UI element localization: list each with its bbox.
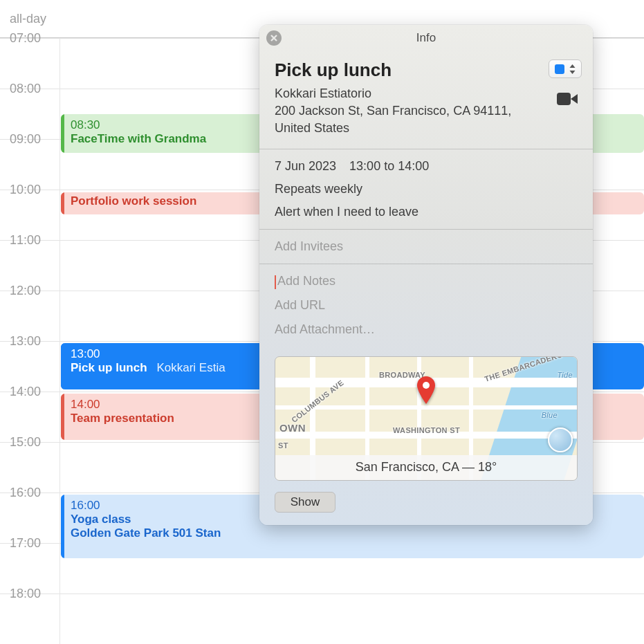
event-location: Kokkari Estia xyxy=(150,361,226,374)
event-title: FaceTime with Grandma xyxy=(71,132,206,145)
event-title: Pick up lunch xyxy=(71,361,147,374)
event-title: Yoga class xyxy=(71,513,131,526)
hour-label: 07:00 xyxy=(10,31,41,46)
hour-label: 13:00 xyxy=(10,334,41,349)
event-time-range: 13:00 to 14:00 xyxy=(349,159,429,173)
event-time: 14:00 xyxy=(71,398,100,411)
event-time: 13:00 xyxy=(71,347,100,360)
calendar-color-chip xyxy=(555,64,564,74)
hour-label: 17:00 xyxy=(10,536,41,551)
hour-label: 11:00 xyxy=(10,233,41,248)
popover-header: Info xyxy=(259,31,593,45)
event-title: Team presentation xyxy=(71,412,174,425)
map-pin-icon xyxy=(416,376,436,407)
popover-event-title[interactable]: Pick up lunch xyxy=(275,59,578,81)
all-day-label: all-day xyxy=(10,12,46,26)
hour-label: 08:00 xyxy=(10,82,41,96)
hour-label: 15:00 xyxy=(10,435,41,450)
add-notes-field[interactable]: Add Notes xyxy=(275,264,578,298)
event-time: 08:30 xyxy=(71,118,100,131)
map-street-label: WASHINGTON ST xyxy=(393,426,460,434)
hour-label: 14:00 xyxy=(10,385,41,399)
add-url-field[interactable]: Add URL xyxy=(275,298,578,322)
map-flyover-badge[interactable] xyxy=(548,427,573,452)
event-title: Portfolio work session xyxy=(71,194,196,208)
event-color-bar xyxy=(61,343,64,389)
video-call-icon[interactable] xyxy=(557,91,578,107)
repeat-row[interactable]: Repeats weekly xyxy=(275,178,578,201)
alert-row[interactable]: Alert when I need to leave xyxy=(275,201,578,229)
event-color-bar xyxy=(61,394,64,440)
svg-point-2 xyxy=(423,382,430,389)
svg-marker-1 xyxy=(569,71,575,74)
event-color-bar xyxy=(61,114,64,153)
show-button[interactable]: Show xyxy=(275,492,335,513)
map-poi-label: Blue xyxy=(542,411,558,419)
map-poi-label: Tide xyxy=(557,371,573,379)
add-invitees-field[interactable]: Add Invitees xyxy=(275,230,578,264)
event-color-bar xyxy=(61,495,64,558)
popover-event-location[interactable]: Kokkari Estiatorio200 Jackson St, San Fr… xyxy=(275,85,537,138)
hour-label: 16:00 xyxy=(10,486,41,500)
hour-label: 12:00 xyxy=(10,284,41,298)
svg-marker-0 xyxy=(569,64,575,68)
add-attachment-field[interactable]: Add Attachment… xyxy=(275,322,578,347)
event-location: Golden Gate Park 501 Stan xyxy=(71,526,221,540)
hour-label: 09:00 xyxy=(10,132,41,147)
hour-label: 10:00 xyxy=(10,183,41,197)
event-info-popover: Info Pick up lunch Kokkari Estiatorio200… xyxy=(259,25,593,525)
map-weather-caption: San Francisco, CA — 18° xyxy=(275,455,577,480)
location-map[interactable]: BROADWAY COLUMBUS AVE THE EMBARCADERO WA… xyxy=(275,356,578,481)
event-date: 7 Jun 2023 xyxy=(275,159,336,173)
event-color-bar xyxy=(61,192,64,214)
hour-label: 18:00 xyxy=(10,587,41,601)
event-time: 16:00 xyxy=(71,499,100,512)
up-down-chevron-icon xyxy=(569,64,576,74)
map-street-label: ST xyxy=(278,441,288,450)
map-area-label: OWN xyxy=(279,422,306,434)
calendar-color-picker[interactable] xyxy=(549,59,582,78)
date-time-row[interactable]: 7 Jun 2023 13:00 to 14:00 xyxy=(275,149,578,178)
